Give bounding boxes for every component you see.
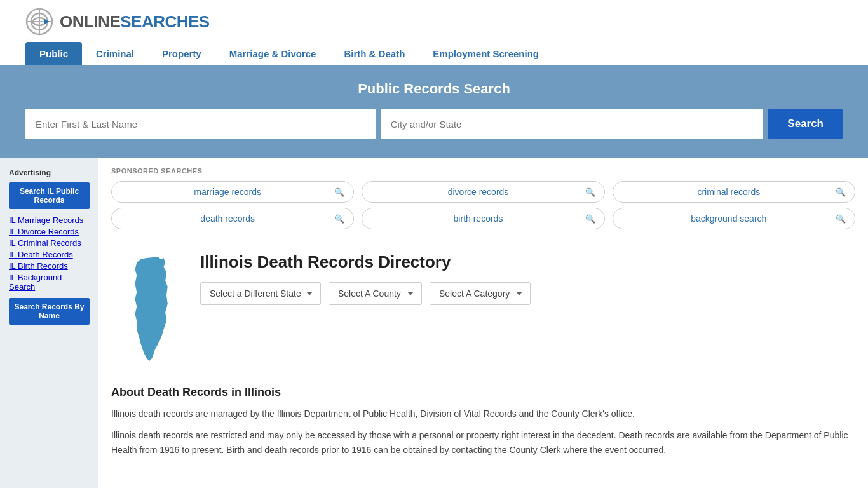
search-records-by-name-button[interactable]: Search Records By Name — [9, 298, 90, 325]
pill-text: death records — [121, 214, 334, 224]
search-pill-3[interactable]: death records🔍 — [111, 208, 354, 229]
sidebar-link-background[interactable]: IL Background Search — [9, 273, 90, 292]
about-section: About Death Records in Illinois Illinois… — [98, 373, 868, 475]
logo-area: ONLINE SEARCHES — [25, 8, 843, 36]
state-dropdown[interactable]: Select a Different State — [200, 282, 321, 305]
main-nav: Public Criminal Property Marriage & Divo… — [25, 42, 843, 65]
search-pill-1[interactable]: divorce records🔍 — [362, 181, 604, 203]
sponsored-label: SPONSORED SEARCHES — [111, 167, 855, 175]
about-paragraph-2: Illinois death records are restricted an… — [111, 428, 855, 457]
search-pill-icon: 🔍 — [334, 214, 344, 224]
search-pill-4[interactable]: birth records🔍 — [362, 208, 604, 229]
logo-online: ONLINE — [60, 12, 120, 32]
sidebar: Advertising Search IL Public Records IL … — [0, 158, 98, 488]
search-pill-icon: 🔍 — [585, 214, 595, 224]
category-dropdown[interactable]: Select A Category — [430, 282, 531, 305]
city-input[interactable] — [381, 109, 764, 139]
illinois-map-icon — [114, 252, 184, 367]
nav-item-birth-death[interactable]: Birth & Death — [330, 42, 419, 65]
nav-item-property[interactable]: Property — [148, 42, 215, 65]
name-input[interactable] — [25, 109, 376, 139]
search-pills: marriage records🔍divorce records🔍crimina… — [111, 181, 855, 229]
search-pill-icon: 🔍 — [836, 187, 846, 197]
nav-item-employment[interactable]: Employment Screening — [419, 42, 553, 65]
sidebar-link-divorce[interactable]: IL Divorce Records — [9, 227, 90, 236]
sidebar-link-death[interactable]: IL Death Records — [9, 250, 90, 259]
search-pill-icon: 🔍 — [334, 187, 344, 197]
directory-content: Illinois Death Records Directory Select … — [200, 252, 855, 367]
search-pill-icon: 🔍 — [836, 214, 846, 224]
nav-item-criminal[interactable]: Criminal — [82, 42, 148, 65]
pill-text: criminal records — [622, 187, 836, 197]
search-bar: Search — [25, 109, 843, 139]
pill-text: marriage records — [121, 187, 334, 197]
logo-icon — [25, 8, 53, 36]
pill-text: divorce records — [371, 187, 585, 197]
main-content: SPONSORED SEARCHES marriage records🔍divo… — [98, 158, 868, 488]
search-pill-2[interactable]: criminal records🔍 — [613, 181, 855, 203]
search-il-public-records-button[interactable]: Search IL Public Records — [9, 182, 90, 209]
dropdowns-row: Select a Different State Select A County… — [200, 282, 855, 305]
county-dropdown[interactable]: Select A County — [329, 282, 422, 305]
main-wrapper: Advertising Search IL Public Records IL … — [0, 158, 868, 488]
sidebar-link-birth[interactable]: IL Birth Records — [9, 261, 90, 271]
directory-title: Illinois Death Records Directory — [200, 252, 855, 272]
pill-text: birth records — [371, 214, 585, 224]
about-paragraph-1: Illinois death records are managed by th… — [111, 407, 855, 421]
nav-item-marriage-divorce[interactable]: Marriage & Divorce — [215, 42, 330, 65]
state-map — [111, 252, 187, 367]
hero-section: Public Records Search Search — [0, 65, 868, 158]
illinois-area: Illinois Death Records Directory Select … — [98, 240, 868, 373]
sponsored-section: SPONSORED SEARCHES marriage records🔍divo… — [98, 158, 868, 240]
advertising-label: Advertising — [9, 168, 90, 177]
sidebar-link-criminal[interactable]: IL Criminal Records — [9, 238, 90, 248]
pill-text: background search — [622, 214, 836, 224]
logo-text: ONLINE SEARCHES — [60, 12, 210, 32]
sidebar-link-marriage[interactable]: IL Marriage Records — [9, 215, 90, 225]
about-title: About Death Records in Illinois — [111, 386, 855, 399]
search-button[interactable]: Search — [768, 109, 843, 139]
hero-title: Public Records Search — [25, 81, 843, 97]
search-pill-5[interactable]: background search🔍 — [613, 208, 855, 229]
search-pill-0[interactable]: marriage records🔍 — [111, 181, 354, 203]
search-pill-icon: 🔍 — [585, 187, 595, 197]
header: ONLINE SEARCHES Public Criminal Property… — [0, 0, 868, 65]
nav-item-public[interactable]: Public — [25, 42, 82, 65]
logo-searches: SEARCHES — [120, 12, 209, 32]
